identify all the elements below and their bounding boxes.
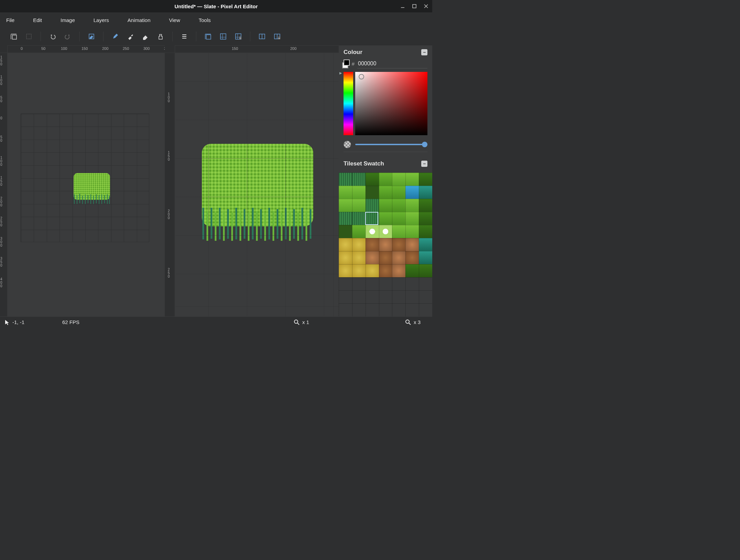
pencil-tool[interactable] [108, 30, 123, 43]
tile[interactable] [339, 225, 352, 238]
tile[interactable] [339, 251, 352, 264]
tile[interactable] [352, 199, 366, 212]
tile[interactable] [379, 173, 392, 186]
tile[interactable] [392, 199, 405, 212]
fg-bg-swatch[interactable] [344, 60, 348, 68]
undo-button[interactable] [45, 30, 60, 43]
saturation-value-box[interactable] [355, 72, 427, 135]
tile[interactable] [405, 225, 419, 238]
tile[interactable] [366, 212, 379, 225]
menu-edit[interactable]: Edit [30, 16, 45, 24]
tile[interactable] [405, 199, 419, 212]
collapse-tileset-button[interactable]: − [421, 161, 427, 167]
menu-image[interactable]: Image [57, 16, 78, 24]
tile[interactable] [392, 264, 405, 277]
tile[interactable] [379, 264, 392, 277]
tile[interactable] [352, 251, 366, 264]
tile[interactable] [379, 251, 392, 264]
tile[interactable] [379, 186, 392, 199]
tile[interactable] [366, 264, 379, 277]
tile[interactable] [392, 225, 405, 238]
canvas-pane-left[interactable] [8, 53, 165, 316]
tile[interactable] [379, 212, 392, 225]
alpha-slider[interactable] [355, 144, 427, 145]
tile[interactable] [392, 173, 405, 186]
image-size-button[interactable] [21, 30, 36, 43]
tile[interactable] [339, 264, 352, 277]
tile[interactable] [405, 251, 419, 264]
tile[interactable] [419, 238, 432, 251]
tile[interactable] [366, 199, 379, 212]
eyedropper-tool[interactable] [123, 30, 138, 43]
tile[interactable] [419, 251, 432, 264]
tile[interactable] [379, 238, 392, 251]
alpha-thumb[interactable] [422, 142, 427, 147]
tile[interactable] [405, 186, 419, 199]
menu-view[interactable]: View [165, 16, 183, 24]
tile[interactable] [352, 264, 366, 277]
hex-input[interactable] [357, 59, 427, 68]
menu-animation[interactable]: Animation [124, 16, 154, 24]
tile[interactable] [405, 212, 419, 225]
tile[interactable] [392, 212, 405, 225]
tile[interactable] [419, 264, 432, 277]
tile[interactable] [352, 186, 366, 199]
menu-tools[interactable]: Tools [195, 16, 214, 24]
tile[interactable] [366, 251, 379, 264]
tile[interactable] [419, 199, 432, 212]
tool-size-button[interactable] [177, 30, 192, 43]
canvas-size-button[interactable] [6, 30, 21, 43]
tile[interactable] [379, 225, 392, 238]
show-guides-button[interactable] [216, 30, 231, 43]
minimize-button[interactable] [401, 4, 406, 8]
split-view-button[interactable] [254, 30, 270, 43]
tile[interactable] [379, 199, 392, 212]
tile[interactable] [405, 173, 419, 186]
tile[interactable] [352, 173, 366, 186]
close-button[interactable] [424, 4, 429, 8]
tile[interactable] [339, 186, 352, 199]
tileset-grid[interactable] [339, 173, 432, 316]
tile[interactable] [392, 186, 405, 199]
horizontal-ruler-right[interactable]: 150 200 [175, 45, 339, 53]
tile[interactable] [352, 238, 366, 251]
hue-slider[interactable] [344, 72, 353, 135]
mode-button[interactable] [84, 30, 99, 43]
tile[interactable] [419, 212, 432, 225]
tile[interactable] [366, 186, 379, 199]
menu-file[interactable]: File [3, 16, 18, 24]
tile[interactable] [366, 238, 379, 251]
tile[interactable] [405, 264, 419, 277]
vertical-ruler-right[interactable]: 100 150 200 250 [167, 53, 175, 316]
tile[interactable] [419, 186, 432, 199]
tile[interactable] [339, 199, 352, 212]
fill-tool[interactable] [153, 30, 168, 43]
expand-arrow-icon[interactable]: ▸ [339, 70, 342, 76]
tile[interactable] [419, 225, 432, 238]
redo-button[interactable] [60, 30, 75, 43]
toolbar-separator [250, 32, 250, 41]
tile[interactable] [392, 251, 405, 264]
tile[interactable] [419, 173, 432, 186]
tile[interactable] [339, 173, 352, 186]
lock-splitter-button[interactable] [270, 30, 285, 43]
tile[interactable] [339, 212, 352, 225]
tile[interactable] [366, 225, 379, 238]
maximize-button[interactable] [412, 4, 418, 8]
tile[interactable] [352, 225, 366, 238]
canvas-pane-right[interactable] [175, 53, 339, 316]
vertical-ruler-left[interactable]: 150 100 50 0 50 100 150 200 250 300 350 … [0, 53, 8, 316]
show-rulers-button[interactable] [200, 30, 216, 43]
lock-guides-button[interactable] [231, 30, 246, 43]
horizontal-ruler-left[interactable]: 0 50 100 150 200 250 300 350 [8, 45, 165, 53]
foreground-colour[interactable] [344, 60, 350, 66]
pane-splitter[interactable] [165, 53, 167, 316]
collapse-colour-button[interactable]: − [421, 49, 427, 55]
tile[interactable] [339, 238, 352, 251]
eraser-tool[interactable] [138, 30, 153, 43]
menu-layers[interactable]: Layers [90, 16, 112, 24]
tile[interactable] [392, 238, 405, 251]
tile[interactable] [352, 212, 366, 225]
tile[interactable] [366, 173, 379, 186]
tile[interactable] [405, 238, 419, 251]
